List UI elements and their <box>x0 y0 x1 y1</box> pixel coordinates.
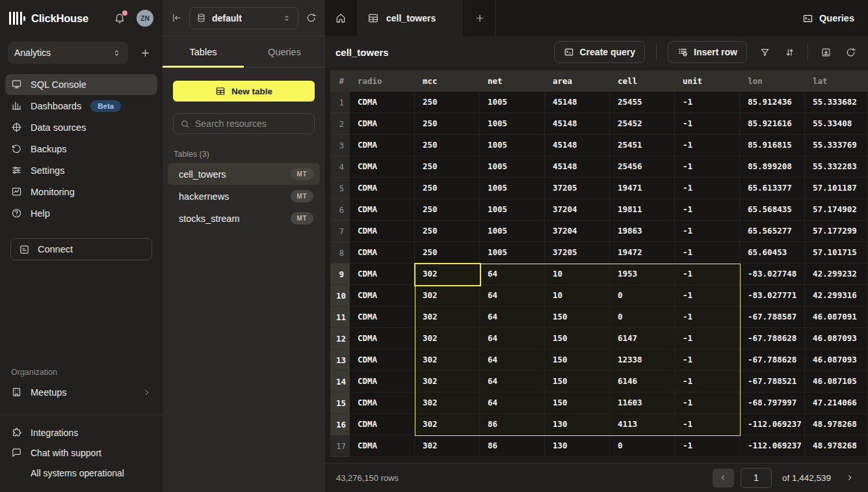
column-header-unit[interactable]: unit <box>675 70 740 92</box>
table-cell[interactable]: 85.912436 <box>740 92 805 113</box>
table-cell[interactable]: 57.101187 <box>805 178 868 199</box>
table-cell[interactable]: 1953 <box>610 264 675 285</box>
table-cell[interactable]: CDMA <box>350 328 415 349</box>
table-cell[interactable]: CDMA <box>350 371 415 392</box>
table-cell[interactable]: 12338 <box>610 349 675 371</box>
table-cell[interactable]: CDMA <box>350 435 415 457</box>
sidebar-item-help[interactable]: Help <box>5 203 157 224</box>
table-cell[interactable]: 37204 <box>545 221 610 242</box>
table-cell[interactable]: 0 <box>610 307 675 328</box>
sidebar-item-dashboards[interactable]: DashboardsBeta <box>5 96 157 116</box>
notifications-button[interactable] <box>112 11 127 25</box>
row-number[interactable]: 13 <box>330 349 350 371</box>
table-cell[interactable]: 55.333769 <box>805 135 868 156</box>
table-cell[interactable]: CDMA <box>350 242 415 264</box>
table-cell[interactable]: 65.613377 <box>740 178 805 199</box>
table-cell[interactable]: 250 <box>415 135 480 156</box>
table-cell[interactable]: 302 <box>415 414 480 435</box>
table-cell[interactable]: 130 <box>545 414 610 435</box>
table-cell[interactable]: 302 <box>415 392 480 414</box>
table-cell[interactable]: 6146 <box>610 371 675 392</box>
table-cell[interactable]: 130 <box>545 435 610 457</box>
filter-button[interactable] <box>758 46 772 59</box>
table-cell[interactable]: 1005 <box>480 156 545 178</box>
table-cell[interactable]: -1 <box>675 328 740 349</box>
table-cell[interactable]: 150 <box>545 371 610 392</box>
table-cell[interactable]: 37205 <box>545 178 610 199</box>
table-cell[interactable]: -1 <box>675 414 740 435</box>
row-number[interactable]: 7 <box>330 221 350 242</box>
row-number[interactable]: 9 <box>330 264 350 285</box>
explorer-tab-tables[interactable]: Tables <box>163 36 244 67</box>
table-cell[interactable]: 45148 <box>545 156 610 178</box>
new-table-button[interactable]: New table <box>173 81 315 102</box>
row-number[interactable]: 4 <box>330 156 350 178</box>
table-cell[interactable]: 302 <box>415 435 480 457</box>
table-cell[interactable]: 1005 <box>480 92 545 113</box>
table-cell[interactable]: 6147 <box>610 328 675 349</box>
table-cell[interactable]: 48.978268 <box>805 435 868 457</box>
prev-page-button[interactable] <box>713 469 734 487</box>
table-cell[interactable]: CDMA <box>350 264 415 285</box>
sidebar-item-settings[interactable]: Settings <box>5 160 157 181</box>
column-header-mcc[interactable]: mcc <box>415 70 480 92</box>
table-cell[interactable]: -1 <box>675 371 740 392</box>
avatar[interactable]: ZN <box>137 10 153 27</box>
table-cell[interactable]: 25452 <box>610 113 675 135</box>
table-cell[interactable]: CDMA <box>350 307 415 328</box>
column-header-radio[interactable]: radio <box>350 70 415 92</box>
row-number[interactable]: 11 <box>330 307 350 328</box>
table-cell[interactable]: CDMA <box>350 199 415 221</box>
refresh-tables-button[interactable] <box>306 12 317 23</box>
table-cell[interactable]: 4113 <box>610 414 675 435</box>
table-cell[interactable]: CDMA <box>350 285 415 307</box>
table-cell[interactable]: CDMA <box>350 135 415 156</box>
sort-button[interactable] <box>783 46 796 59</box>
table-cell[interactable]: 64 <box>480 307 545 328</box>
refresh-data-button[interactable] <box>844 46 858 59</box>
table-cell[interactable]: 42.299232 <box>805 264 868 285</box>
tab-cell-towers[interactable]: cell_towers <box>356 0 464 36</box>
table-cell[interactable]: 1005 <box>480 178 545 199</box>
table-cell[interactable]: 250 <box>415 221 480 242</box>
table-cell[interactable]: -1 <box>675 92 740 113</box>
table-cell[interactable]: -68.797997 <box>740 392 805 414</box>
table-cell[interactable]: 250 <box>415 178 480 199</box>
table-cell[interactable]: 55.33408 <box>805 113 868 135</box>
explorer-tab-queries[interactable]: Queries <box>244 36 325 67</box>
table-cell[interactable]: 46.087093 <box>805 328 868 349</box>
table-cell[interactable]: CDMA <box>350 156 415 178</box>
column-header-area[interactable]: area <box>545 70 610 92</box>
table-cell[interactable]: 19811 <box>610 199 675 221</box>
column-header-net[interactable]: net <box>480 70 545 92</box>
sidebar-item-backups[interactable]: Backups <box>5 139 157 159</box>
table-cell[interactable]: 65.60453 <box>740 242 805 264</box>
table-cell[interactable]: CDMA <box>350 392 415 414</box>
table-item-hackernews[interactable]: hackernewsMT <box>168 185 320 207</box>
row-number[interactable]: 16 <box>330 414 350 435</box>
table-cell[interactable]: 65.565277 <box>740 221 805 242</box>
table-cell[interactable]: 46.087093 <box>805 349 868 371</box>
table-cell[interactable]: -1 <box>675 435 740 457</box>
table-cell[interactable]: -1 <box>675 156 740 178</box>
queries-button[interactable]: Queries <box>789 0 868 36</box>
table-cell[interactable]: 302 <box>415 349 480 371</box>
table-cell[interactable]: 302 <box>415 285 480 307</box>
table-cell[interactable]: CDMA <box>350 178 415 199</box>
row-number[interactable]: 8 <box>330 242 350 264</box>
table-cell[interactable]: 64 <box>480 371 545 392</box>
table-cell[interactable]: 250 <box>415 199 480 221</box>
table-cell[interactable]: 250 <box>415 113 480 135</box>
row-number[interactable]: 1 <box>330 92 350 113</box>
database-select[interactable]: default <box>189 7 298 29</box>
table-cell[interactable]: -67.788628 <box>740 349 805 371</box>
next-page-button[interactable] <box>843 472 857 484</box>
connect-button[interactable]: Connect <box>10 238 152 260</box>
add-service-button[interactable] <box>136 46 155 60</box>
row-number[interactable]: 2 <box>330 113 350 135</box>
table-cell[interactable]: 250 <box>415 156 480 178</box>
home-button[interactable] <box>325 0 356 36</box>
table-cell[interactable]: 25451 <box>610 135 675 156</box>
row-number[interactable]: 15 <box>330 392 350 414</box>
table-cell[interactable]: CDMA <box>350 221 415 242</box>
